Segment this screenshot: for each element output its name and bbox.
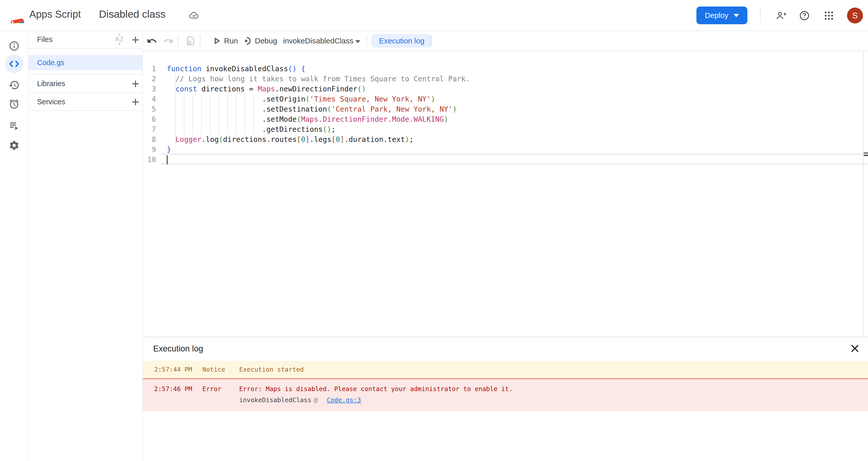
log-time: 2:57:44 PM [154,366,192,373]
log-message: Execution started [239,366,304,373]
line-number: 3 [143,84,156,94]
function-selector-caret-icon [355,40,360,43]
deploy-caret-icon [734,14,739,17]
log-entry-notice: 2:57:44 PMNoticeExecution started [143,361,868,378]
log-type: Error [203,385,221,393]
files-panel: Files ▲AZ▼ Code.gs Libraries Services [29,31,143,461]
toolbar-divider [178,35,178,47]
debug-icon[interactable] [242,36,252,46]
execution-log-panel: Execution log 2:57:44 PMNoticeExecution … [143,337,868,461]
execution-log-title: Execution log [153,344,203,353]
function-selector-dropdown[interactable]: invokeDisabledClass [283,37,353,45]
log-type: Notice [203,366,225,373]
line-number: 7 [143,124,156,135]
files-header: Files ▲AZ▼ [29,31,142,49]
saved-to-drive-icon [189,10,199,21]
line-number: 2 [143,74,156,84]
alarm-clock-icon [8,98,20,110]
libraries-section: Libraries [29,75,142,93]
save-project-button[interactable] [185,36,196,46]
code-line[interactable]: .setDestination('Central Park, New York,… [167,104,868,114]
services-section: Services [29,93,142,111]
avatar-letter: S [852,11,858,21]
sidebar-item-executions-list[interactable] [5,116,24,135]
line-number: 1 [143,64,156,74]
add-service-button[interactable] [130,96,141,108]
current-line-highlight-bottom [161,163,868,165]
left-navigation-rail [0,31,29,461]
file-item-codegs[interactable]: Code.gs [29,55,142,70]
sidebar-item-editor[interactable] [5,55,24,73]
list-play-icon [8,120,20,131]
add-library-button[interactable] [130,78,141,89]
line-number: 4 [143,94,156,104]
file-item-label: Code.gs [37,59,64,67]
execution-log-toggle-label: Execution log [379,37,425,45]
execution-log-toggle-button[interactable]: Execution log [371,34,432,48]
sidebar-item-overview[interactable] [5,37,24,55]
deploy-label: Deploy [705,11,728,20]
share-add-person-icon[interactable] [776,10,787,21]
apps-script-logo-icon[interactable] [8,7,26,23]
code-line[interactable]: // Logs how long it takes to walk from T… [167,74,868,84]
code-editor[interactable]: 1function invokeDisabledClass() {2 // Lo… [143,51,868,337]
app-name: Apps Script [29,8,81,20]
sidebar-item-triggers[interactable] [5,95,24,113]
info-icon [8,40,20,52]
toolbar-divider [366,35,367,47]
code-line[interactable]: .setOrigin('Times Square, New York, NY') [167,94,868,104]
code-line[interactable]: function invokeDisabledClass() { [167,64,868,74]
code-line[interactable]: } [167,145,868,155]
deploy-button[interactable]: Deploy [696,6,747,24]
run-icon[interactable] [212,36,222,46]
line-number: 9 [143,145,156,155]
account-avatar[interactable]: S [847,7,863,24]
text-cursor [167,155,167,164]
header-divider [760,8,761,22]
sidebar-item-executions[interactable] [5,76,24,94]
log-time: 2:57:46 PM [154,385,192,393]
line-number: 5 [143,104,156,114]
line-number: 8 [143,135,156,145]
code-icon [8,58,20,70]
project-title[interactable]: Disabled class [99,8,165,20]
log-entry-error: 2:57:46 PMErrorError: Maps is disabled. … [143,378,868,411]
help-icon[interactable] [799,10,810,21]
history-icon [8,80,20,91]
google-apps-grid-icon[interactable] [823,10,834,21]
editor-toolbar: Run Debug invokeDisabledClass Execution … [143,31,868,51]
redo-button[interactable] [163,36,174,46]
log-message: Error: Maps is disabled. Please contact … [239,385,513,393]
code-line[interactable]: .setMode(Maps.DirectionFinder.Mode.WALKI… [167,114,868,124]
libraries-label: Libraries [37,80,65,88]
gear-icon [8,140,20,151]
add-file-button[interactable] [130,34,141,46]
apps-script-window: Apps Script Disabled class Deploy S [0,0,868,461]
undo-button[interactable] [147,36,157,46]
toolbar-divider [200,35,200,47]
sidebar-item-settings[interactable] [5,136,24,155]
sort-az-icon[interactable]: ▲AZ▼ [112,33,127,47]
top-header: Apps Script Disabled class Deploy S [0,0,868,31]
line-number: 6 [143,114,156,124]
services-label: Services [37,98,65,106]
line-number: 10 [143,155,156,165]
debug-button[interactable]: Debug [255,37,277,45]
log-stack-link[interactable]: Code.gs:3 [327,396,361,404]
code-line[interactable]: Logger.log(directions.routes[0].legs[0].… [167,135,868,145]
toolbar-divider [431,35,431,47]
run-button[interactable]: Run [224,37,238,45]
log-stack-at: @ [314,396,318,404]
code-line[interactable]: const directions = Maps.newDirectionFind… [167,84,868,94]
close-icon[interactable] [849,343,861,354]
files-header-label: Files [37,35,53,44]
code-line[interactable]: .getDirections(); [167,124,868,135]
log-stack-function: invokeDisabledClass [239,396,311,404]
